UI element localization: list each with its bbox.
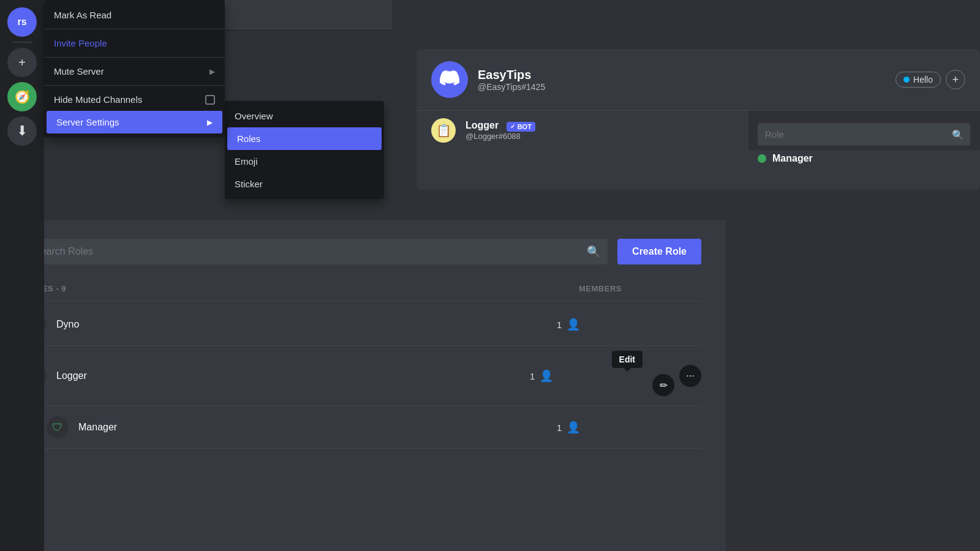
download-icon[interactable]: ⬇ <box>7 116 37 146</box>
edit-tooltip-wrapper: Edit ✏ <box>652 356 674 396</box>
manager-shield-icon: 🛡 <box>52 421 63 434</box>
bot-badge: ✓ BOT <box>507 122 535 132</box>
role-row-dyno: 🛡 Dyno 1 👤 ··· <box>24 304 701 346</box>
dyno-members-count: 1 👤 <box>557 318 679 331</box>
manager-role-name: Manager <box>78 422 312 433</box>
logger-members-count: 1 👤 <box>530 369 652 383</box>
server-info: EasyTips @EasyTips#1425 <box>478 68 545 92</box>
server-handle: @EasyTips#1425 <box>478 82 545 92</box>
server-avatar[interactable]: rs <box>7 7 37 37</box>
manager-member-icon: 👤 <box>567 421 580 434</box>
invite-people-item[interactable]: Invite People <box>44 32 225 54</box>
logger-role-name: Logger <box>56 370 285 381</box>
member-name: Logger <box>466 120 499 130</box>
hello-badge[interactable]: Hello <box>895 72 941 88</box>
settings-submenu: Overview Roles Emoji Sticker <box>225 101 384 199</box>
hello-dot <box>903 77 910 83</box>
hide-muted-item[interactable]: Hide Muted Channels <box>44 88 225 111</box>
role-row-manager: ⋮⋮ 🛡 Manager 1 👤 ··· <box>24 407 701 449</box>
role-search-input[interactable] <box>758 123 970 146</box>
sticker-item[interactable]: Sticker <box>225 173 384 195</box>
logger-more-button[interactable]: ··· <box>679 365 701 387</box>
server-logo <box>431 61 468 98</box>
main-content: 🔍 Create Role ROLES - 9 MEMBERS 🛡 Dyno 1… <box>0 220 726 551</box>
dyno-member-icon: 👤 <box>567 318 580 331</box>
role-row-logger: 🛡 Logger 1 👤 Edit ✏ ··· <box>24 346 701 407</box>
manager-more-button[interactable]: ··· <box>679 416 701 438</box>
mute-server-chevron: ▶ <box>209 67 215 76</box>
roles-table-header: ROLES - 9 MEMBERS <box>24 284 701 301</box>
manager-members-count: 1 👤 <box>557 421 679 434</box>
member-handle: @Logger#6088 <box>466 132 535 141</box>
create-role-button[interactable]: Create Role <box>617 239 701 264</box>
role-search-panel: 🔍 Manager <box>747 111 980 150</box>
dyno-more-button[interactable]: ··· <box>679 313 701 335</box>
search-roles-input[interactable] <box>24 239 608 264</box>
add-server-button[interactable]: + <box>7 48 37 77</box>
member-info: Logger ✓ BOT @Logger#6088 <box>466 120 535 141</box>
discover-icon[interactable]: 🧭 <box>7 82 37 111</box>
server-settings-chevron: ▶ <box>207 118 213 127</box>
emoji-item[interactable]: Emoji <box>225 150 384 173</box>
discord-icon <box>440 68 459 92</box>
logger-role-actions: Edit ✏ ··· <box>652 356 701 396</box>
search-input-wrap: 🔍 <box>24 239 608 264</box>
search-roles-wrapper: 🔍 Create Role <box>24 239 701 264</box>
roles-item[interactable]: Roles <box>227 127 382 150</box>
server-header: EasyTips @EasyTips#1425 Hello + <box>417 49 980 111</box>
dyno-role-name: Dyno <box>56 319 312 330</box>
member-role-row: 📋 Logger ✓ BOT @Logger#6088 🔍 <box>417 111 980 150</box>
logger-edit-button[interactable]: ✏ <box>652 374 674 396</box>
member-avatar: 📋 <box>431 118 456 143</box>
edit-tooltip: Edit <box>612 351 643 368</box>
sidebar: rs + 🧭 ⬇ <box>0 0 44 551</box>
search-roles-icon: 🔍 <box>587 245 600 258</box>
overview-item[interactable]: Overview <box>225 105 384 127</box>
server-settings-item[interactable]: Server Settings ▶ <box>47 111 222 133</box>
hide-muted-checkbox[interactable] <box>205 95 215 105</box>
server-header-right: Hello + <box>895 70 965 89</box>
context-menu: Mark As Read Invite People Mute Server ▶… <box>44 0 225 137</box>
members-header: MEMBERS <box>579 284 701 293</box>
manager-role-item[interactable]: Manager <box>758 146 970 171</box>
mute-server-item[interactable]: Mute Server ▶ <box>44 60 225 83</box>
context-separator-2 <box>44 57 225 58</box>
logger-member-icon: 👤 <box>540 369 553 383</box>
manager-role-icon: 🛡 <box>47 416 69 438</box>
add-badge-button[interactable]: + <box>946 70 965 89</box>
server-panel: EasyTips @EasyTips#1425 Hello + 📋 Logger… <box>417 49 980 190</box>
manager-role-dot <box>758 154 766 163</box>
mark-as-read-item[interactable]: Mark As Read <box>44 4 225 26</box>
server-name: EasyTips <box>478 68 545 82</box>
roles-count: ROLES - 9 <box>24 284 334 293</box>
context-separator-3 <box>44 85 225 86</box>
context-separator-1 <box>44 29 225 29</box>
sidebar-divider <box>12 42 32 43</box>
role-search-icon: 🔍 <box>952 129 964 140</box>
role-search-wrapper: 🔍 <box>758 123 970 146</box>
